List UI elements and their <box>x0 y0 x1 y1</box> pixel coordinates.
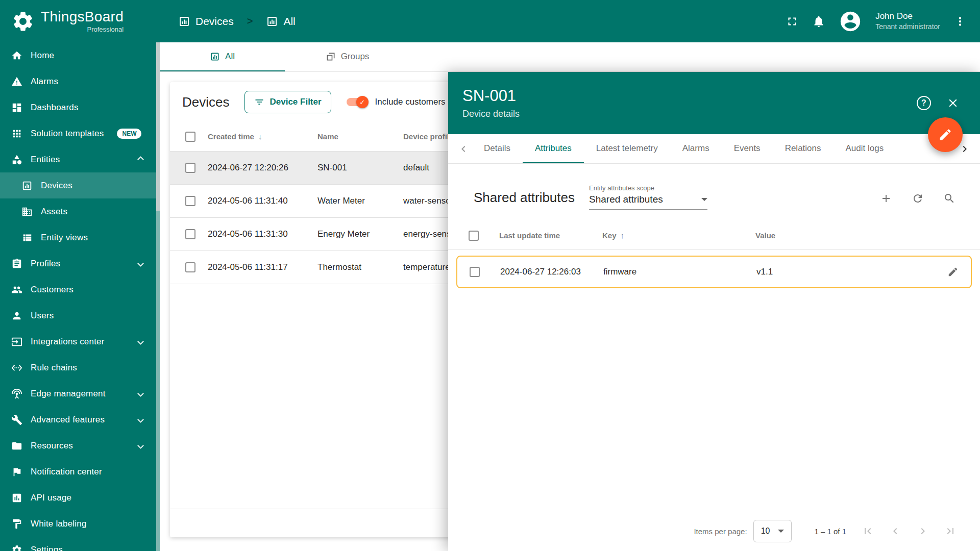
entity-views-icon <box>21 232 33 243</box>
pagination-controls <box>862 525 957 537</box>
tab-latest-telemetry[interactable]: Latest telemetry <box>584 134 670 163</box>
advanced-features-icon <box>11 414 22 425</box>
sidebar-item-assets[interactable]: Assets <box>0 198 156 224</box>
sidebar-item-notification-center[interactable]: Notification center <box>0 459 156 485</box>
breadcrumb-devices[interactable]: Devices <box>195 15 234 28</box>
sidebar-item-label: White labeling <box>31 519 87 529</box>
sidebar-item-profiles[interactable]: Profiles <box>0 251 156 277</box>
select-all-checkbox[interactable] <box>469 231 479 241</box>
close-icon[interactable] <box>946 96 960 110</box>
sidebar-scrollbar[interactable] <box>156 42 160 551</box>
drawer-subtitle: Device details <box>462 109 520 119</box>
groups-icon <box>326 52 336 62</box>
sidebar-item-dashboards[interactable]: Dashboards <box>0 94 156 120</box>
cell-created-time: 2024-06-27 12:20:26 <box>208 163 317 173</box>
tab-alarms[interactable]: Alarms <box>670 134 722 163</box>
last-page-icon[interactable] <box>944 525 957 537</box>
avatar[interactable] <box>839 10 862 33</box>
sidebar-item-label: Resources <box>31 441 73 451</box>
tab-audit-logs[interactable]: Audit logs <box>834 134 896 163</box>
tabs-scroll-left-icon[interactable] <box>455 134 472 163</box>
cell-value: v1.1 <box>756 267 938 277</box>
scope-select-label: Entity attributes scope <box>589 184 707 192</box>
chevron-down-icon <box>137 338 144 345</box>
sidebar-item-label: Entities <box>31 155 60 165</box>
devices-icon <box>178 15 190 28</box>
items-per-page-select[interactable]: 10 <box>753 520 792 542</box>
sidebar-item-settings[interactable]: Settings <box>0 537 156 551</box>
home-icon <box>11 50 22 61</box>
column-key[interactable]: Key <box>602 231 755 240</box>
filter-icon <box>254 97 264 107</box>
breadcrumb-all[interactable]: All <box>283 15 295 28</box>
sidebar-item-advanced-features[interactable]: Advanced features <box>0 407 156 433</box>
include-customers-toggle[interactable] <box>347 98 367 106</box>
row-checkbox[interactable] <box>185 262 195 272</box>
column-created-time[interactable]: Created time <box>208 132 317 141</box>
assets-icon <box>21 206 33 217</box>
add-attribute-icon[interactable] <box>880 192 892 205</box>
fullscreen-icon[interactable] <box>786 15 799 28</box>
column-name[interactable]: Name <box>317 132 403 141</box>
dropdown-caret-icon <box>701 198 707 201</box>
sidebar-item-home[interactable]: Home <box>0 42 156 68</box>
row-checkbox[interactable] <box>470 267 480 277</box>
select-all-checkbox[interactable] <box>185 132 195 142</box>
edit-value-icon[interactable] <box>947 266 959 278</box>
column-value[interactable]: Value <box>755 231 951 240</box>
sidebar-item-solution-templates[interactable]: Solution templates NEW <box>0 120 156 146</box>
solution-templates-icon <box>11 128 22 139</box>
refresh-icon[interactable] <box>912 192 924 205</box>
search-icon[interactable] <box>943 192 955 205</box>
sidebar-item-label: Solution templates <box>31 129 104 139</box>
sidebar-item-alarms[interactable]: Alarms <box>0 68 156 94</box>
alarms-icon <box>11 76 22 87</box>
tab-all[interactable]: All <box>160 42 285 71</box>
column-last-update-time[interactable]: Last update time <box>499 231 602 240</box>
help-icon[interactable] <box>917 96 931 110</box>
tab-events[interactable]: Events <box>722 134 773 163</box>
row-checkbox[interactable] <box>185 229 195 239</box>
include-customers-label: Include customers <box>375 97 446 107</box>
sidebar-item-api-usage[interactable]: API usage <box>0 485 156 511</box>
sidebar-item-white-labeling[interactable]: White labeling <box>0 511 156 537</box>
sidebar-item-rule-chains[interactable]: Rule chains <box>0 355 156 381</box>
more-vert-icon[interactable] <box>953 15 967 28</box>
sidebar-item-devices[interactable]: Devices <box>0 172 156 198</box>
sidebar-nav: Home Alarms Dashboards Solution template… <box>0 42 156 551</box>
logo[interactable]: ThingsBoard Professional <box>0 0 160 42</box>
row-checkbox[interactable] <box>185 196 195 206</box>
users-icon <box>11 310 22 321</box>
row-checkbox[interactable] <box>185 163 195 173</box>
thingsboard-logo-icon <box>11 10 35 33</box>
user-name: John Doe <box>875 11 940 22</box>
sidebar-item-label: Edge management <box>31 389 106 399</box>
sidebar-item-edge-management[interactable]: Edge management <box>0 381 156 407</box>
sort-desc-icon <box>258 132 262 141</box>
resources-icon <box>11 440 22 452</box>
previous-page-icon[interactable] <box>889 525 901 537</box>
device-filter-button[interactable]: Device Filter <box>244 91 331 113</box>
sidebar-item-customers[interactable]: Customers <box>0 277 156 303</box>
sidebar-item-integrations-center[interactable]: Integrations center <box>0 329 156 355</box>
attributes-scope-select[interactable]: Entity attributes scope Shared attribute… <box>589 184 707 210</box>
notifications-bell-icon[interactable] <box>812 15 825 28</box>
attribute-row-firmware[interactable]: 2024-06-27 12:26:03 firmware v1.1 <box>456 256 972 288</box>
next-page-icon[interactable] <box>917 525 929 537</box>
tab-relations[interactable]: Relations <box>773 134 834 163</box>
sidebar-item-users[interactable]: Users <box>0 303 156 329</box>
first-page-icon[interactable] <box>862 525 874 537</box>
tab-groups[interactable]: Groups <box>285 42 410 71</box>
entity-group-tabbar: All Groups <box>160 42 980 72</box>
logo-title: ThingsBoard <box>41 10 124 24</box>
sidebar-scrollbar-thumb[interactable] <box>156 42 160 211</box>
tab-attributes[interactable]: Attributes <box>523 134 584 163</box>
edit-fab-button[interactable] <box>928 117 963 152</box>
tab-details[interactable]: Details <box>472 134 523 163</box>
edge-management-icon <box>11 388 22 399</box>
user-info[interactable]: John Doe Tenant administrator <box>875 11 940 31</box>
sidebar-item-entity-views[interactable]: Entity views <box>0 224 156 251</box>
sidebar-item-label: Devices <box>41 181 72 191</box>
sidebar-item-resources[interactable]: Resources <box>0 433 156 459</box>
sidebar-item-entities[interactable]: Entities <box>0 146 156 172</box>
